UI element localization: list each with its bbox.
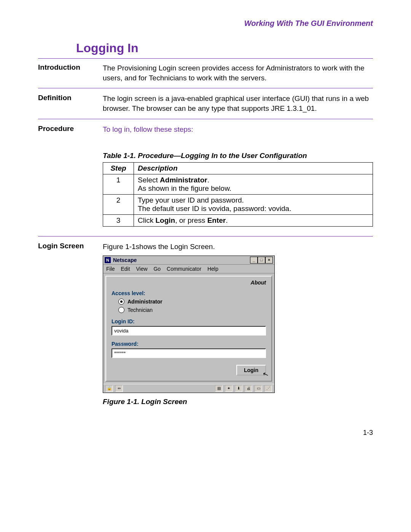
menu-edit[interactable]: Edit <box>121 266 130 272</box>
password-input[interactable] <box>112 348 266 358</box>
menu-view[interactable]: View <box>136 266 147 272</box>
login-screenshot: N Netscape _ □ × File Edit View Go Commu… <box>103 256 275 393</box>
menu-file[interactable]: File <box>106 266 115 272</box>
step-desc: Type your user ID and password. The defa… <box>134 195 373 215</box>
status-icon: ▭ <box>255 385 262 392</box>
menu-go[interactable]: Go <box>153 266 161 272</box>
step-desc: Select Administrator. As shown in the fi… <box>134 174 373 195</box>
netscape-icon: N <box>105 257 111 263</box>
minimize-button[interactable]: _ <box>250 257 258 264</box>
window-titlebar: N Netscape _ □ × <box>103 256 274 265</box>
login-screen-label: Login Screen <box>38 242 103 252</box>
status-icon: ▤ <box>215 385 223 392</box>
step-number: 2 <box>103 195 134 215</box>
window-title: Netscape <box>113 257 137 263</box>
procedure-table: Step Description 1 Select Administrator.… <box>103 162 373 227</box>
step-desc: Click Login, or press Enter. <box>134 215 373 227</box>
radio-technician-label: Technician <box>127 307 153 313</box>
table-row: 1 Select Administrator. As shown in the … <box>103 174 373 195</box>
status-icon: ⇔ <box>115 385 123 392</box>
password-label: Password: <box>112 341 266 347</box>
step-number: 3 <box>103 215 134 227</box>
status-icon: 🖨 <box>245 385 252 392</box>
close-button[interactable]: × <box>265 257 273 264</box>
table-caption: Table 1-1. Procedure—Logging In to the U… <box>103 152 373 160</box>
definition-label: Definition <box>38 94 103 113</box>
page-title: Logging In <box>76 41 373 55</box>
definition-text: The login screen is a java-enabled graph… <box>103 94 373 113</box>
section-rule <box>38 236 373 236</box>
procedure-text: To log in, follow these steps: <box>103 125 373 134</box>
procedure-label: Procedure <box>38 125 103 134</box>
access-level-label: Access level: <box>112 290 266 296</box>
status-icon: ⬇ <box>235 385 242 392</box>
section-rule <box>38 88 373 88</box>
figure-caption: Figure 1-1. Login Screen <box>103 398 373 406</box>
radio-administrator[interactable] <box>118 299 124 305</box>
radio-technician[interactable] <box>118 307 124 313</box>
table-row: 2 Type your user ID and password. The de… <box>103 195 373 215</box>
login-id-input[interactable] <box>112 326 266 335</box>
page-number: 1-3 <box>38 429 373 437</box>
section-rule <box>38 119 373 119</box>
login-screen-text: Figure 1-1shows the Login Screen. <box>103 242 373 252</box>
title-rule <box>38 58 373 59</box>
status-bar: 🔒 ⇔ ▤ ✦ ⬇ 🖨 ▭ ⋰ <box>103 384 274 393</box>
introduction-text: The Provisioning Login screen provides a… <box>103 63 373 83</box>
status-icon: ✦ <box>225 385 233 392</box>
login-id-label: Login ID: <box>112 318 266 324</box>
resize-grip-icon: ⋰ <box>264 385 272 392</box>
maximize-button[interactable]: □ <box>258 257 265 264</box>
table-head-step: Step <box>103 163 134 174</box>
login-button[interactable]: Login <box>236 365 266 375</box>
about-link[interactable]: About <box>112 280 266 286</box>
radio-administrator-label: Administrator <box>127 299 162 305</box>
menu-bar: File Edit View Go Communicator Help <box>103 265 274 273</box>
running-header: Working With The GUI Environment <box>38 19 373 28</box>
introduction-label: Introduction <box>38 63 103 83</box>
cursor-icon: ↖ <box>261 369 270 379</box>
menu-communicator[interactable]: Communicator <box>167 266 201 272</box>
status-icon: 🔒 <box>105 385 113 392</box>
step-number: 1 <box>103 174 134 195</box>
table-row: 3 Click Login, or press Enter. <box>103 215 373 227</box>
table-head-desc: Description <box>134 163 373 174</box>
menu-help[interactable]: Help <box>207 266 218 272</box>
